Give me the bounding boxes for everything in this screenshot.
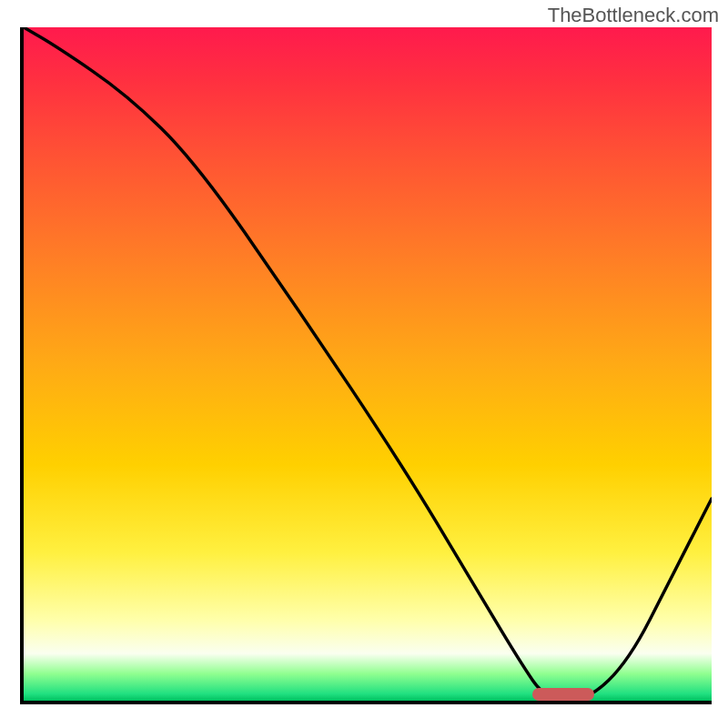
watermark-text: TheBottleneck.com xyxy=(548,4,719,27)
chart-plot-area xyxy=(20,27,712,704)
optimal-range-marker xyxy=(532,688,594,701)
bottleneck-curve xyxy=(24,27,712,701)
